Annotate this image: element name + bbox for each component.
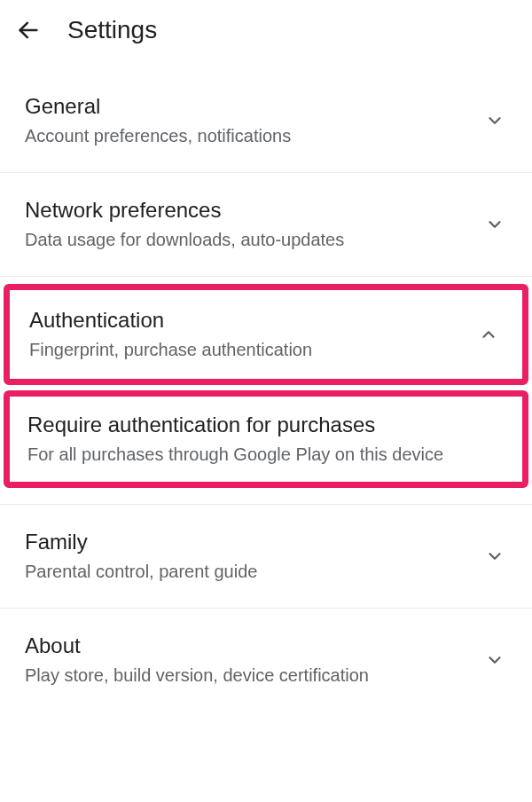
setting-content: Require authentication for purchases For… [27,413,505,466]
setting-item-network[interactable]: Network preferences Data usage for downl… [0,173,532,277]
chevron-down-icon [484,110,505,131]
setting-title: General [25,94,473,119]
settings-list: General Account preferences, notificatio… [0,60,532,712]
setting-subtitle: Data usage for downloads, auto-updates [25,228,473,251]
header: Settings [0,0,532,60]
setting-content: About Play store, build version, device … [25,633,473,687]
setting-item-family[interactable]: Family Parental control, parent guide [0,505,532,609]
setting-item-general[interactable]: General Account preferences, notificatio… [0,60,532,173]
setting-title: Require authentication for purchases [27,413,505,437]
chevron-down-icon [484,546,505,567]
highlight-require-auth: Require authentication for purchases For… [4,390,528,488]
setting-content: General Account preferences, notificatio… [25,94,473,147]
setting-content: Authentication Fingerprint, purchase aut… [29,308,467,361]
setting-item-authentication[interactable]: Authentication Fingerprint, purchase aut… [10,290,522,379]
page-title: Settings [67,16,157,44]
setting-subtitle: Play store, build version, device certif… [25,664,473,687]
setting-title: Network preferences [25,198,473,223]
setting-title: Family [25,530,473,554]
chevron-up-icon [478,324,499,345]
setting-title: About [25,633,473,658]
arrow-left-icon [16,18,41,43]
setting-subtitle: Fingerprint, purchase authentication [29,338,467,361]
setting-subtitle: For all purchases through Google Play on… [27,443,505,466]
setting-title: Authentication [29,308,467,333]
setting-subtitle: Parental control, parent guide [25,560,473,583]
highlight-authentication: Authentication Fingerprint, purchase aut… [4,284,528,385]
setting-content: Network preferences Data usage for downl… [25,198,473,251]
setting-content: Family Parental control, parent guide [25,530,473,583]
back-button[interactable] [16,18,41,43]
setting-subtitle: Account preferences, notifications [25,124,473,147]
chevron-down-icon [484,649,505,671]
setting-item-require-auth[interactable]: Require authentication for purchases For… [10,397,522,482]
setting-item-about[interactable]: About Play store, build version, device … [0,609,532,712]
chevron-down-icon [484,214,505,235]
